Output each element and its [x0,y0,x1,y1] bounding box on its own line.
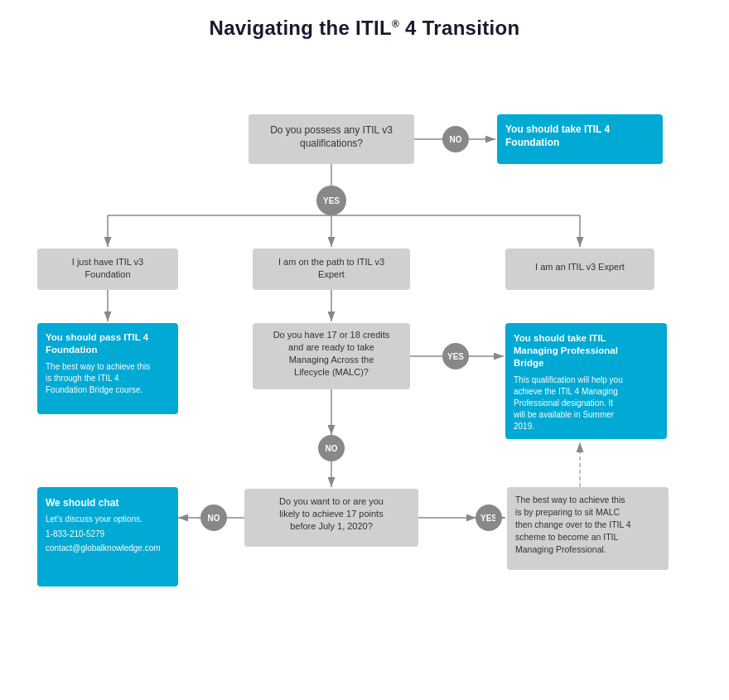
branch1-text1: I just have ITIL v3 [72,257,143,267]
yes2-label: YES [447,352,464,361]
result1-title2: Foundation [46,345,98,355]
q2-text3: Managing Across the [289,355,374,364]
q2-text1: Do you have 17 or 18 credits [273,330,390,340]
q1-text-line2: qualifications? [300,138,363,149]
result2-body1: This qualification will help you [514,375,623,384]
result1-body2: is through the ITIL 4 [46,374,119,383]
flowchart: Do you possess any ITIL v3 qualification… [25,65,704,694]
result2-body4: will be available in Summer [513,410,615,419]
result1-body3: Foundation Bridge course. [46,385,142,394]
page-title: Navigating the ITIL® 4 Transition [25,17,704,40]
title-text: Navigating the ITIL [210,17,392,39]
q3-text2: likely to achieve 17 points [279,509,384,519]
result2-title2: Managing Professional [514,345,618,355]
result2-title1: You should take ITIL [514,333,606,343]
q3-text1: Do you want to or are you [279,496,384,506]
result2-title3: Bridge [514,358,543,368]
result-no1-title-line2: Foundation [505,137,559,148]
result3-body2: 1-833-210-5279 [46,529,105,538]
result4-text2: is by preparing to sit MALC [515,507,620,517]
q1-text-line1: Do you possess any ITIL v3 [270,124,393,136]
result3-title: We should chat [46,497,118,509]
branch3-text: I am an ITIL v3 Expert [535,262,625,272]
branch2-text1: I am on the path to ITIL v3 [278,257,384,267]
yes1-label: YES [323,196,340,205]
result2-body3: Professional designation. It [514,398,613,408]
result3-body1: Let's discuss your options. [46,514,142,524]
result1-title1: You should pass ITIL 4 [46,332,149,342]
diagram-svg: Do you possess any ITIL v3 qualification… [25,65,704,694]
result2-body2: achieve the ITIL 4 Managing [514,387,618,396]
branch2-text2: Expert [318,269,345,279]
result-no1-title-line1: You should take ITIL 4 [505,123,611,135]
result3-body3: contact@globalknowledge.com [46,543,161,553]
q3-text3: before July 1, 2020? [290,521,373,531]
title-sup: ® [392,18,399,30]
yes3-label: YES [480,514,497,523]
result4-text5: Managing Professional. [515,544,606,554]
result1-body1: The best way to achieve this [46,362,150,371]
no3-label: NO [208,514,220,523]
result2-body5: 2019. [514,422,534,431]
q2-text2: and are ready to take [288,342,374,352]
result4-text4: scheme to become an ITIL [515,532,618,542]
page-container: Navigating the ITIL® 4 Transition Do you… [0,0,729,700]
no1-label: NO [450,135,462,144]
result4-text1: The best way to achieve this [515,495,625,504]
no2-label: NO [326,444,338,453]
result4-text3: then change over to the ITIL 4 [515,519,631,529]
q2-text4: Lifecycle (MALC)? [294,367,369,377]
branch1-text2: Foundation [84,269,130,279]
title-suffix: 4 Transition [399,17,519,39]
